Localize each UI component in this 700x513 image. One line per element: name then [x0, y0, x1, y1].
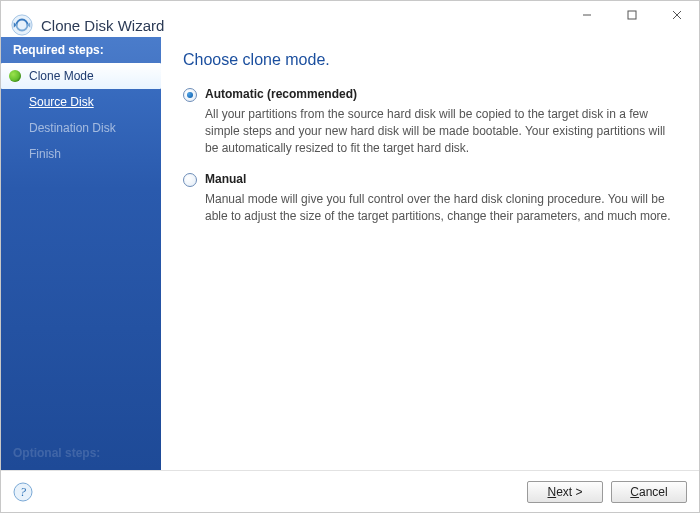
step-link[interactable]: Source Disk: [29, 95, 94, 109]
step-label: Clone Mode: [29, 69, 94, 83]
help-icon[interactable]: ?: [13, 482, 33, 502]
sidebar-header: Required steps:: [1, 37, 161, 63]
footer: ? Next > Cancel: [1, 470, 699, 512]
svg-text:?: ?: [20, 485, 26, 499]
sidebar-spacer: [1, 167, 161, 436]
radio-automatic[interactable]: [183, 88, 197, 102]
option-manual-description: Manual mode will give you full control o…: [205, 191, 677, 225]
step-destination-disk: Destination Disk: [1, 115, 161, 141]
option-automatic-label: Automatic (recommended): [205, 87, 357, 101]
page-title: Choose clone mode.: [183, 51, 677, 69]
main-content: Choose clone mode. Automatic (recommende…: [161, 37, 699, 470]
step-clone-mode[interactable]: Clone Mode: [1, 63, 161, 89]
radio-manual[interactable]: [183, 173, 197, 187]
window-title: Clone Disk Wizard: [41, 17, 164, 34]
step-source-disk[interactable]: Source Disk: [1, 89, 161, 115]
option-manual-label: Manual: [205, 172, 246, 186]
option-automatic[interactable]: Automatic (recommended): [183, 87, 677, 102]
next-button[interactable]: Next >: [527, 481, 603, 503]
wizard-window: Clone Disk Wizard Required steps: Clone …: [0, 0, 700, 513]
option-automatic-description: All your partitions from the source hard…: [205, 106, 677, 156]
cancel-button-rest: ancel: [639, 485, 668, 499]
sidebar: Required steps: Clone Mode Source Disk D…: [1, 37, 161, 470]
step-finish: Finish: [1, 141, 161, 167]
step-label: Finish: [29, 147, 61, 161]
body: Required steps: Clone Mode Source Disk D…: [1, 37, 699, 470]
sidebar-footer: Optional steps:: [1, 436, 161, 470]
wizard-icon: [11, 14, 33, 36]
step-label: Destination Disk: [29, 121, 116, 135]
option-manual[interactable]: Manual: [183, 172, 677, 187]
cancel-button[interactable]: Cancel: [611, 481, 687, 503]
header: Clone Disk Wizard: [1, 13, 699, 37]
next-button-rest: ext >: [556, 485, 582, 499]
